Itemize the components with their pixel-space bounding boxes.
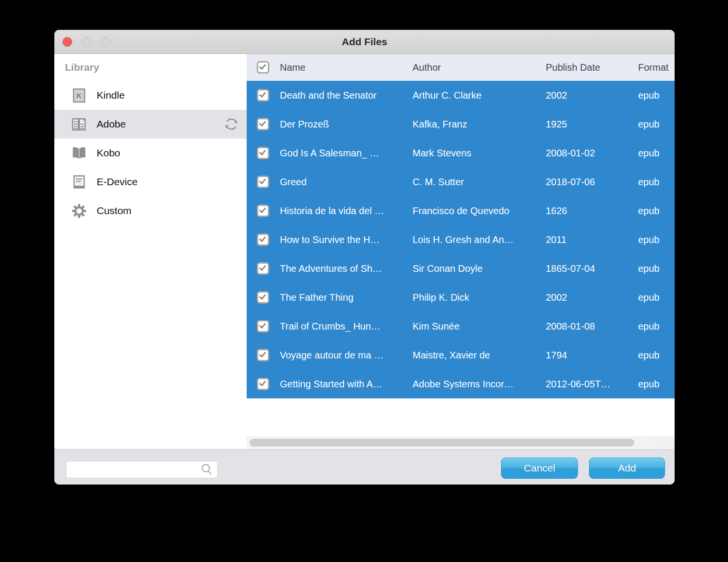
- table-row[interactable]: Trail of Crumbs_ Hun… Kim Sunée 2008-01-…: [247, 312, 675, 341]
- search-input[interactable]: [66, 465, 200, 475]
- sidebar-item-edevice[interactable]: E-Device: [54, 167, 247, 196]
- cancel-button[interactable]: Cancel: [501, 458, 578, 479]
- column-header-author[interactable]: Author: [407, 62, 540, 73]
- row-checkbox[interactable]: [257, 233, 269, 246]
- cell-publish-date: 1626: [540, 205, 632, 217]
- cell-format: epub: [632, 321, 675, 332]
- row-checkbox[interactable]: [257, 204, 269, 217]
- check-icon: [259, 293, 266, 300]
- select-all-checkbox[interactable]: [257, 61, 269, 74]
- minimize-button[interactable]: [82, 37, 91, 47]
- files-table: Name Author Publish Date Format Death an…: [247, 54, 675, 449]
- cell-publish-date: 1865-07-04: [540, 263, 632, 274]
- check-icon: [259, 321, 266, 329]
- horizontal-scrollbar[interactable]: [247, 436, 675, 448]
- check-icon: [259, 177, 266, 184]
- cell-name: Historia de la vida del …: [274, 205, 407, 217]
- cell-name: Voyage autour de ma …: [274, 350, 407, 361]
- row-checkbox[interactable]: [257, 147, 269, 159]
- table-row[interactable]: Death and the Senator Arthur C. Clarke 2…: [247, 81, 675, 110]
- cell-author: Maistre, Xavier de: [407, 350, 540, 361]
- row-checkbox-cell: [247, 204, 274, 217]
- row-checkbox[interactable]: [257, 320, 269, 332]
- sidebar-item-custom[interactable]: Custom: [54, 196, 247, 225]
- row-checkbox[interactable]: [257, 176, 269, 188]
- cell-name: God Is A Salesman_ …: [274, 148, 407, 159]
- row-checkbox[interactable]: [257, 378, 269, 390]
- cell-format: epub: [632, 263, 675, 274]
- column-header-format[interactable]: Format: [632, 62, 675, 73]
- footer-bar: Cancel Add: [54, 449, 675, 485]
- sidebar-item-kobo[interactable]: Kobo: [54, 139, 247, 167]
- cell-name: The Adventures of Sh…: [274, 263, 407, 274]
- cell-author: Francisco de Quevedo: [407, 205, 540, 217]
- sidebar-item-label: Kobo: [97, 147, 120, 159]
- gear-icon: [71, 203, 87, 219]
- cell-name: Getting Started with A…: [274, 379, 407, 390]
- scrollbar-hatch: [636, 437, 675, 448]
- cell-author: Mark Stevens: [407, 148, 540, 159]
- row-checkbox-cell: [247, 233, 274, 246]
- row-checkbox[interactable]: [257, 89, 269, 102]
- sidebar-item-label: E-Device: [97, 176, 138, 188]
- close-button[interactable]: [63, 37, 72, 47]
- add-button[interactable]: Add: [589, 458, 665, 479]
- cell-format: epub: [632, 177, 675, 188]
- column-header-publish-date[interactable]: Publish Date: [540, 62, 632, 73]
- window-title: Add Files: [54, 36, 675, 48]
- row-checkbox-cell: [247, 349, 274, 361]
- cell-name: Der Prozeß: [274, 119, 407, 130]
- table-row[interactable]: The Father Thing Philip K. Dick 2002 epu…: [247, 283, 675, 312]
- row-checkbox[interactable]: [257, 118, 269, 130]
- cell-name: Greed: [274, 177, 407, 188]
- check-icon: [259, 119, 266, 127]
- row-checkbox[interactable]: [257, 291, 269, 304]
- table-row[interactable]: Historia de la vida del … Francisco de Q…: [247, 196, 675, 225]
- cell-name: How to Survive the H…: [274, 234, 407, 245]
- cell-name: Death and the Senator: [274, 90, 407, 101]
- add-files-dialog: Add Files Library K Kindle: [54, 30, 675, 485]
- cell-format: epub: [632, 234, 675, 245]
- title-bar[interactable]: Add Files: [54, 30, 675, 54]
- traffic-lights: [63, 37, 111, 47]
- check-icon: [259, 90, 266, 98]
- svg-text:K: K: [76, 91, 82, 100]
- cell-author: Kafka, Franz: [407, 119, 540, 130]
- cell-author: Kim Sunée: [407, 321, 540, 332]
- table-row[interactable]: How to Survive the H… Lois H. Gresh and …: [247, 225, 675, 254]
- table-row[interactable]: Voyage autour de ma … Maistre, Xavier de…: [247, 341, 675, 370]
- cell-publish-date: 1794: [540, 350, 632, 361]
- zoom-button[interactable]: [101, 37, 111, 47]
- kobo-icon: [71, 145, 87, 161]
- refresh-icon[interactable]: [224, 117, 238, 131]
- check-icon: [259, 63, 266, 70]
- cell-publish-date: 2011: [540, 234, 632, 245]
- row-checkbox-cell: [247, 378, 274, 390]
- sidebar-item-label: Custom: [97, 205, 131, 217]
- row-checkbox[interactable]: [257, 262, 269, 275]
- row-checkbox-cell: [247, 118, 274, 130]
- cell-author: Adobe Systems Incor…: [407, 379, 540, 390]
- search-field[interactable]: [66, 461, 218, 478]
- scrollbar-thumb[interactable]: [250, 439, 634, 447]
- cell-format: epub: [632, 119, 675, 130]
- select-all-cell: [247, 61, 274, 74]
- column-header-name[interactable]: Name: [274, 62, 407, 73]
- check-icon: [259, 379, 266, 386]
- table-row[interactable]: God Is A Salesman_ … Mark Stevens 2008-0…: [247, 139, 675, 167]
- sidebar-item-adobe[interactable]: Adobe: [54, 110, 247, 139]
- cell-publish-date: 2012-06-05T…: [540, 379, 632, 390]
- cell-author: C. M. Sutter: [407, 177, 540, 188]
- kindle-icon: K: [71, 88, 87, 103]
- sidebar-item-kindle[interactable]: K Kindle: [54, 81, 247, 110]
- row-checkbox-cell: [247, 320, 274, 332]
- row-checkbox-cell: [247, 147, 274, 159]
- cell-format: epub: [632, 379, 675, 390]
- cell-publish-date: 1925: [540, 119, 632, 130]
- table-row[interactable]: The Adventures of Sh… Sir Conan Doyle 18…: [247, 254, 675, 283]
- cell-author: Sir Conan Doyle: [407, 263, 540, 274]
- row-checkbox[interactable]: [257, 349, 269, 361]
- table-row[interactable]: Getting Started with A… Adobe Systems In…: [247, 370, 675, 398]
- table-row[interactable]: Der Prozeß Kafka, Franz 1925 epub: [247, 110, 675, 139]
- table-row[interactable]: Greed C. M. Sutter 2018-07-06 epub: [247, 167, 675, 196]
